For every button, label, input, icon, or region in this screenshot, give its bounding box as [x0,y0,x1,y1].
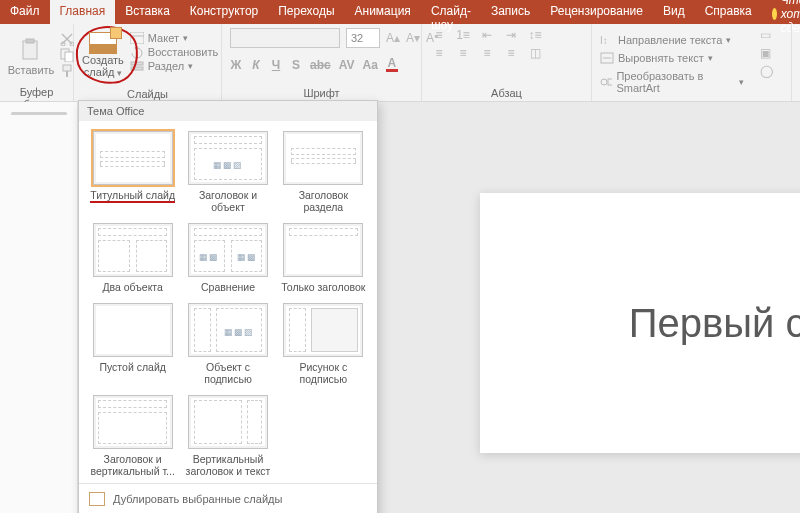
duplicate-icon [89,492,105,506]
layout-button[interactable]: Макет [130,32,218,44]
new-slide-gallery: Тема Office Титульный слайд ▦▩▨ Заголово… [78,100,378,513]
svg-text:I↕: I↕ [600,35,608,46]
gallery-header: Тема Office [79,101,377,121]
layout-label: Пустой слайд [99,361,165,373]
ribbon: Вставить Буфер обмена Создать [0,24,800,102]
tab-design[interactable]: Конструктор [180,0,268,24]
group-paragraph: ≡ 1≡ ⇤ ⇥ ↕≡ ≡ ≡ ≡ ≡ ◫ Абзац [422,24,592,101]
layout-icon [130,32,144,44]
tell-me-search[interactable]: Что вы хотите сдела [762,0,800,24]
svg-rect-7 [66,71,68,77]
tab-insert[interactable]: Вставка [115,0,180,24]
align-center-button[interactable]: ≡ [454,46,472,60]
layout-title-only[interactable]: Только заголовок [280,223,367,293]
ribbon-tabs: Файл Главная Вставка Конструктор Переход… [0,0,800,24]
text-direction-button[interactable]: I↕ Направление текста [600,34,731,46]
layout-section-header[interactable]: Заголовок раздела [280,131,367,213]
brush-icon [60,64,74,78]
align-right-button[interactable]: ≡ [478,46,496,60]
text-direction-icon: I↕ [600,34,614,46]
smartart-button[interactable]: Преобразовать в SmartArt [600,70,744,94]
svg-rect-16 [608,79,612,85]
section-button[interactable]: Раздел [130,60,218,72]
layout-label: Два объекта [102,281,162,293]
layout-content-caption[interactable]: ▦▩▨ Объект с подписью [184,303,271,385]
tab-record[interactable]: Запись [481,0,540,24]
tab-view[interactable]: Вид [653,0,695,24]
layout-label: Объект с подписью [184,361,271,385]
group-font-label: Шрифт [230,87,413,101]
reset-button[interactable]: Восстановить [130,46,218,58]
reset-icon [130,46,144,58]
format-painter-button[interactable] [60,64,74,78]
underline-button[interactable]: Ч [270,58,282,72]
new-slide-button[interactable]: Создать слайд [82,28,124,88]
layout-title-slide[interactable]: Титульный слайд [89,131,176,213]
layout-label: Заголовок и объект [184,189,271,213]
new-slide-label1: Создать [82,54,124,66]
align-text-button[interactable]: Выровнять текст [600,52,713,64]
bullets-button[interactable]: ≡ [430,28,448,42]
svg-rect-1 [26,39,34,43]
copy-button[interactable] [60,48,74,62]
bold-button[interactable]: Ж [230,58,242,72]
layout-two-content[interactable]: Два объекта [89,223,176,293]
increase-font-icon[interactable]: A▴ [386,31,400,45]
layout-title-content[interactable]: ▦▩▨ Заголовок и объект [184,131,271,213]
svg-rect-11 [131,67,143,70]
line-spacing-button[interactable]: ↕≡ [526,28,544,42]
tab-animation[interactable]: Анимация [345,0,421,24]
italic-button[interactable]: К [250,58,262,72]
tab-help[interactable]: Справка [695,0,762,24]
font-color-button[interactable]: A [386,58,398,72]
strike-button[interactable]: S [290,58,302,72]
svg-rect-0 [23,41,37,59]
indent-dec-button[interactable]: ⇤ [478,28,496,42]
layout-vertical-title-text[interactable]: Вертикальный заголовок и текст [184,395,271,477]
clipboard-icon [17,38,45,62]
tab-slideshow[interactable]: Слайд-шоу [421,0,481,24]
columns-button[interactable]: ◫ [526,46,544,60]
layout-title-vertical-text[interactable]: Заголовок и вертикальный т... [89,395,176,477]
numbering-button[interactable]: 1≡ [454,28,472,42]
slide-thumbnail-panel[interactable] [0,102,78,513]
new-slide-icon [89,32,117,54]
font-family-input[interactable] [230,28,340,48]
group-font: A▴ A▾ A𝄺 Ж К Ч S abc AV Aa A Шрифт [222,24,422,101]
tab-home[interactable]: Главная [50,0,116,24]
styles-icon[interactable]: ◯ [760,64,773,78]
new-slide-label2: слайд [84,66,122,78]
gallery-footer: Дублировать выбранные слайды Слайды из с… [79,483,377,513]
duplicate-slides-button[interactable]: Дублировать выбранные слайды [79,488,377,510]
spacing-button[interactable]: AV [339,58,355,72]
current-slide[interactable]: Первый сла [480,193,800,453]
smartart-icon [600,76,612,88]
group-clipboard: Вставить Буфер обмена [0,24,74,101]
layout-label: Сравнение [201,281,255,293]
arrange-icon[interactable]: ▣ [760,46,771,60]
layout-label: Заголовок раздела [280,189,367,213]
justify-button[interactable]: ≡ [502,46,520,60]
indent-inc-button[interactable]: ⇥ [502,28,520,42]
align-left-button[interactable]: ≡ [430,46,448,60]
group-drawing: ▭ ▣ ◯ [752,24,792,101]
tab-transitions[interactable]: Переходы [268,0,344,24]
decrease-font-icon[interactable]: A▾ [406,31,420,45]
layout-picture-caption[interactable]: Рисунок с подписью [280,303,367,385]
tab-file[interactable]: Файл [0,0,50,24]
paste-button[interactable]: Вставить [8,28,54,86]
paste-label: Вставить [8,64,55,76]
font-size-input[interactable] [346,28,380,48]
shapes-icon[interactable]: ▭ [760,28,771,42]
tab-review[interactable]: Рецензирование [540,0,653,24]
case-button[interactable]: Aa [362,58,377,72]
slide-title-text: Первый сла [629,301,800,346]
thumbnail-stub [11,112,67,115]
layout-blank[interactable]: Пустой слайд [89,303,176,385]
shadow-button[interactable]: abc [310,58,331,72]
layout-comparison[interactable]: ▦▩▦▩ Сравнение [184,223,271,293]
svg-point-15 [601,79,607,85]
svg-rect-5 [65,52,73,62]
cut-button[interactable] [60,32,74,46]
svg-rect-6 [63,65,71,71]
